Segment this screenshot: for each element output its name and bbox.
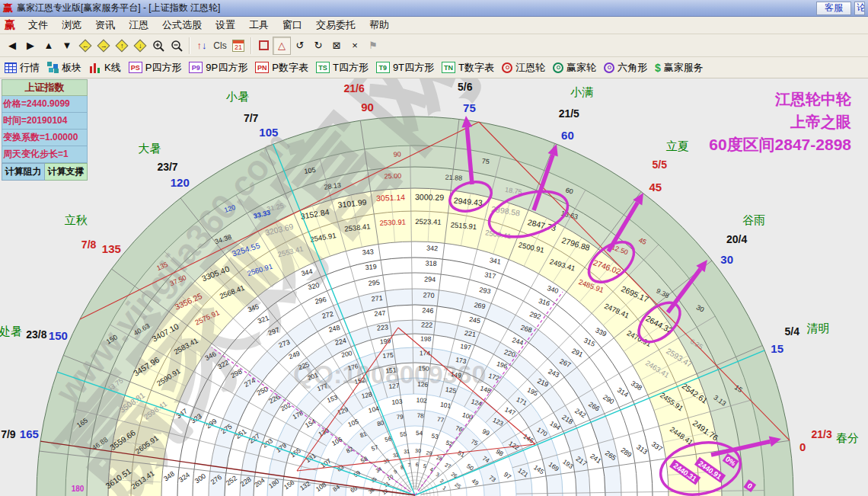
toolbar-item-label: 板块: [62, 61, 81, 75]
toolbar-item-9p-square[interactable]: P99P四方形: [189, 61, 247, 75]
svg-text:23/7: 23/7: [157, 161, 177, 173]
next-button[interactable]: ▶: [21, 37, 40, 55]
svg-text:60: 60: [561, 129, 574, 142]
svg-text:343: 343: [362, 248, 374, 256]
candles-icon: [89, 62, 101, 74]
shift-left-button[interactable]: ←: [76, 37, 94, 55]
svg-text:199: 199: [379, 337, 391, 345]
svg-text:21/5: 21/5: [559, 107, 579, 120]
svg-text:198: 198: [420, 334, 432, 342]
svg-text:295: 295: [368, 279, 380, 287]
calendar-icon[interactable]: 21: [229, 37, 247, 55]
toolbar-item-label: 9P四方形: [206, 61, 247, 75]
svg-text:21.88: 21.88: [445, 173, 462, 181]
move-cross-button[interactable]: ×: [346, 37, 364, 55]
menu-item-7[interactable]: 窗口: [276, 18, 309, 32]
draw-triangle-button[interactable]: △: [273, 37, 291, 55]
svg-text:271: 271: [371, 294, 383, 302]
menu-item-1[interactable]: 浏览: [55, 18, 88, 32]
svg-text:处暑: 处暑: [0, 325, 22, 338]
svg-text:151: 151: [385, 366, 397, 374]
toolbar-item-label: 9T四方形: [393, 61, 434, 75]
menu-item-4[interactable]: 公式选股: [155, 18, 209, 32]
svg-text:7: 7: [407, 462, 411, 468]
svg-text:75: 75: [463, 101, 476, 114]
toolbar-item-quotes[interactable]: 行情: [5, 61, 40, 75]
toolbar-item-sectors[interactable]: 板块: [47, 61, 81, 75]
toolbar-item-label: 赢家服务: [664, 61, 704, 75]
svg-text:21/6: 21/6: [344, 82, 365, 94]
step-setting: 周天变化步长=1: [2, 146, 88, 163]
toolbar-item-t-table[interactable]: TNT数字表: [442, 61, 494, 75]
shift-up-button[interactable]: ↑: [113, 37, 131, 55]
calc-support-button[interactable]: 计算支撑: [45, 163, 88, 181]
menu-item-2[interactable]: 资讯: [88, 18, 122, 32]
svg-text:150: 150: [418, 364, 429, 372]
gann-wheel-svg: 赢家财富网www.yingjia360.comQQ:10080093601530…: [0, 78, 868, 496]
toolbar-item-p-table[interactable]: PNP数字表: [255, 61, 308, 75]
date-value: 时间=20190104: [2, 113, 88, 130]
svg-text:318: 318: [426, 259, 437, 267]
price-value: 价格=2440.9099: [2, 96, 88, 113]
svg-text:立夏: 立夏: [666, 139, 689, 152]
menu-item-5[interactable]: 设置: [209, 18, 242, 32]
letter-icon: PN: [255, 62, 269, 73]
svg-text:23/8: 23/8: [26, 328, 46, 341]
calc-resistance-button[interactable]: 计算阻力: [2, 163, 45, 181]
up-button[interactable]: ▲: [40, 37, 58, 55]
zoom-out-icon[interactable]: [168, 37, 186, 55]
customer-service-button[interactable]: 客服: [816, 2, 851, 15]
toolbar-item-kline[interactable]: K线: [89, 61, 121, 75]
cls-button[interactable]: Cls: [211, 37, 229, 55]
app-logo-icon: 赢: [3, 2, 13, 15]
sort-arrows-icon[interactable]: ↑↓: [193, 37, 211, 55]
letter-icon: PS: [129, 62, 142, 73]
draw-square-button[interactable]: [254, 37, 273, 55]
rotate-ccw-button[interactable]: ↺: [291, 37, 309, 55]
svg-text:126: 126: [417, 380, 429, 388]
menu-item-0[interactable]: 文件: [21, 18, 55, 32]
delete-box-button[interactable]: ⊠: [327, 37, 346, 55]
menu-item-6[interactable]: 工具: [242, 18, 276, 32]
svg-text:15: 15: [771, 342, 783, 355]
svg-text:20/4: 20/4: [726, 233, 747, 245]
svg-text:30: 30: [415, 448, 421, 453]
svg-text:90: 90: [361, 101, 374, 114]
svg-text:7/7: 7/7: [244, 112, 259, 124]
forum-button-partial[interactable]: 论坛: [854, 2, 865, 15]
toolbar-navigation: ◀ ▶ ▲ ▼ ← → ↑ ↓ ↑↓ Cls 21 △ ↺ ↻ ⊠ × ⚑: [0, 34, 868, 57]
svg-text:21/3: 21/3: [811, 428, 831, 440]
annotation-note-line: 江恩轮中轮: [774, 91, 852, 107]
zoom-in-icon[interactable]: [149, 37, 168, 55]
toolbar-item-label: T四方形: [333, 61, 369, 75]
down-button[interactable]: ▼: [58, 37, 76, 55]
svg-text:127: 127: [388, 382, 400, 390]
toolbar-item-winner-wheel[interactable]: 赢家轮: [553, 61, 596, 75]
toolbar-item-label: 江恩轮: [515, 61, 545, 75]
svg-text:150: 150: [49, 329, 68, 342]
toolbar-item-label: P数字表: [272, 61, 308, 75]
toolbar-item-t-square[interactable]: TST四方形: [316, 61, 369, 75]
circle-icon: [502, 62, 512, 73]
rotate-cw-button[interactable]: ↻: [309, 37, 327, 55]
toolbar-item-winner-service[interactable]: $赢家服务: [655, 61, 704, 75]
shift-down-button[interactable]: ↓: [131, 37, 149, 55]
shift-right-button[interactable]: →: [94, 37, 113, 55]
toolbar-item-hexagon[interactable]: 六角形: [604, 61, 647, 75]
prev-button[interactable]: ◀: [3, 37, 21, 55]
menu-item-3[interactable]: 江恩: [122, 18, 155, 32]
toolbar-item-9t-square[interactable]: T99T四方形: [376, 61, 434, 75]
menu-item-9[interactable]: 帮助: [362, 18, 396, 32]
toolbar-item-gann-wheel[interactable]: 江恩轮: [502, 61, 545, 75]
toolbar-item-p-square[interactable]: PSP四方形: [129, 61, 182, 75]
gann-wheel-chart[interactable]: 赢家财富网www.yingjia360.comQQ:10080093601530…: [0, 78, 868, 496]
menu-item-8[interactable]: 交易委托: [309, 18, 362, 32]
letter-icon: TS: [316, 62, 330, 73]
svg-text:175: 175: [382, 351, 394, 360]
svg-text:223: 223: [377, 323, 389, 331]
svg-text:立秋: 立秋: [65, 213, 88, 226]
toolbar-views: 行情板块K线PSP四方形P99P四方形PNP数字表TST四方形T99T四方形TN…: [0, 57, 868, 78]
table-icon: [5, 62, 17, 73]
svg-text:103: 103: [391, 398, 403, 406]
svg-text:7/8: 7/8: [81, 238, 97, 251]
